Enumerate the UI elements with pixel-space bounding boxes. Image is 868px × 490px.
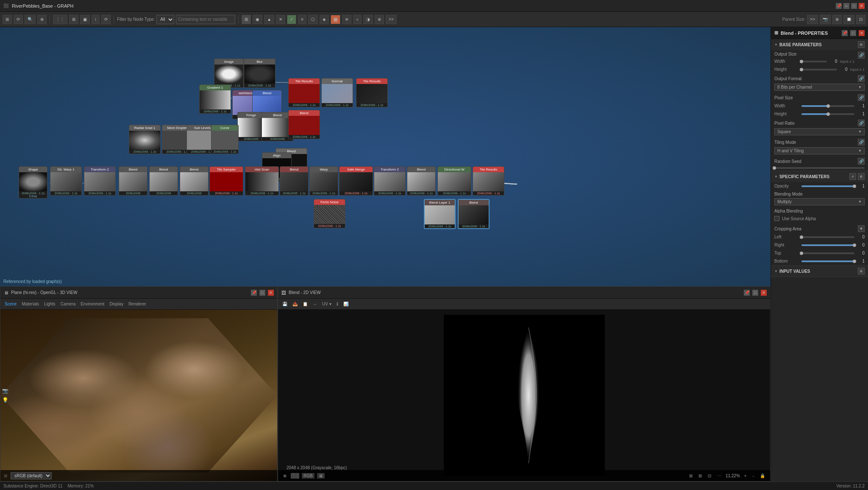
icon-cam3[interactable]: 🔲: [843, 15, 854, 24]
ng-node-curve[interactable]: Curve 2048x2048 - 1.1s: [211, 125, 239, 154]
maximize-btn[interactable]: □: [851, 3, 857, 9]
random-seed-link[interactable]: 🔗: [858, 158, 865, 165]
nav-scene[interactable]: Scene: [3, 301, 18, 307]
props-close[interactable]: ✕: [859, 30, 865, 36]
icon-cam4[interactable]: ⊡: [856, 15, 865, 24]
ng-node-blend2[interactable]: Blend 2048x2048: [149, 166, 178, 196]
pixel-ratio-link[interactable]: 🔗: [858, 120, 865, 126]
height-slider[interactable]: [801, 69, 837, 70]
crop-top-slider[interactable]: [801, 252, 854, 254]
close-btn[interactable]: ✕: [859, 3, 865, 9]
2d-display-btn[interactable]: 🖥: [317, 473, 325, 479]
panel-3d-close[interactable]: ✕: [268, 290, 274, 296]
2d-export-btn[interactable]: 📤: [291, 301, 299, 307]
2d-rgb-btn[interactable]: RGB: [302, 473, 314, 479]
ng-node-warp1[interactable]: Warp 2048x2048 - 1.1s: [309, 166, 338, 196]
ng-node-red1[interactable]: Blend 2048x2048 - 1.1s: [288, 110, 320, 139]
nav-camera[interactable]: Camera: [59, 301, 78, 307]
crop-bottom-slider[interactable]: [801, 260, 854, 262]
ng-node-red2[interactable]: Normal 2048x2048 - 1.1s: [321, 78, 353, 107]
ng-node-transf2[interactable]: Transform 2 2048x2048 - 1.1s: [84, 166, 116, 196]
zoom-out-btn[interactable]: -: [751, 473, 756, 479]
crop-link[interactable]: ▼: [858, 225, 865, 232]
nav-renderer[interactable]: Renderer: [127, 301, 148, 307]
tiling-display[interactable]: H and V Tiling ▼: [774, 147, 865, 154]
pixel-size-link[interactable]: 🔗: [858, 94, 865, 101]
3d-icon-light[interactable]: 💡: [2, 397, 8, 403]
input-icon1[interactable]: ⊕: [858, 268, 865, 274]
zoom-in-btn[interactable]: +: [743, 473, 748, 479]
specific-icon1[interactable]: ≡: [849, 173, 856, 180]
ng-node-blend3[interactable]: Blend 2048x2048: [180, 166, 209, 196]
view-toggle4[interactable]: ✕: [276, 15, 285, 24]
blending-mode-display[interactable]: Multiply ▼: [774, 198, 865, 205]
view-toggle12[interactable]: ◑: [363, 15, 373, 24]
ng-node-blend-sel1[interactable]: Blend Layer 1 2048x2048 - 1.1s: [424, 199, 456, 229]
ng-node-dir-warp1[interactable]: Dir. Warp 1 2048x2048 - 1.1s: [50, 166, 82, 196]
ng-node-radial[interactable]: Radial Grad 1 2048x2048 - 1.1s: [129, 125, 161, 154]
view-2d-content[interactable]: 2048 x 2048 (Grayscale, 16bpc) ⊕ ⬛ RGB 🖥…: [278, 310, 770, 481]
section-specific-header[interactable]: ▼ SPECIFIC PARAMETERS ≡ ⊕: [771, 171, 868, 182]
view-3d-content[interactable]: 📷 💡 ⊞ sRGB (default): [0, 310, 277, 481]
pixel-size-w-slider[interactable]: [801, 105, 854, 107]
nav-materials[interactable]: Materials: [20, 301, 41, 307]
section-input-header[interactable]: ▼ INPUT VALUES ⊕: [771, 266, 868, 277]
icon-cam1[interactable]: 📷: [820, 15, 831, 24]
props-pin[interactable]: 📌: [842, 30, 848, 36]
ng-node-noise[interactable]: Perlin Noise 2048x2048 - 1.1s: [314, 199, 345, 228]
filter-select[interactable]: All: [156, 15, 174, 24]
colorspace-select[interactable]: sRGB (default): [11, 472, 52, 479]
3d-icon-camera[interactable]: 📷: [2, 388, 8, 394]
view-toggle5[interactable]: ✓: [287, 15, 296, 24]
ng-node-tile-merger[interactable]: Safe Merge 2048x2048 - 1.1s: [339, 166, 373, 196]
2d-info[interactable]: ℹ: [335, 301, 340, 307]
view-toggle6[interactable]: ≡: [298, 15, 306, 24]
toolbar-icon4[interactable]: ⊕: [37, 15, 47, 24]
output-size-link[interactable]: 🔗: [858, 52, 865, 59]
crop-right-slider[interactable]: [801, 244, 854, 246]
view-toggle2[interactable]: ◉: [253, 15, 262, 24]
2d-grid1[interactable]: ⊞: [687, 473, 694, 479]
2d-channels-btn[interactable]: ⊕: [281, 473, 288, 479]
ng-node-dir-warp-final[interactable]: Tile Results 2048x2048 - 1.1s: [473, 166, 504, 196]
toolbar-icon1[interactable]: ⊞: [3, 15, 12, 24]
2d-uv[interactable]: UV ▾: [320, 301, 333, 307]
random-seed-slider[interactable]: [774, 167, 865, 169]
width-slider[interactable]: [801, 61, 827, 62]
icon-cam2[interactable]: ⊕: [832, 15, 842, 24]
ng-node-shape[interactable]: Shape 2048x2048 - 1.1s0.0ms: [19, 166, 47, 199]
2d-lock[interactable]: 🔒: [758, 473, 767, 479]
view-toggle8[interactable]: ◈: [320, 15, 329, 24]
view-toggle13[interactable]: ⊛: [375, 15, 384, 24]
nav-environment[interactable]: Environment: [79, 301, 106, 307]
ng-node-transf3[interactable]: Transform 2 2048x2048 - 1.1s: [374, 166, 406, 196]
toolbar-icon5[interactable]: ⋮⋮: [53, 15, 67, 24]
panel-2d-close[interactable]: ✕: [761, 290, 767, 296]
ng-node-blend1[interactable]: Blend 2048x2048: [119, 166, 147, 196]
ng-node-blend-mid[interactable]: Blend 2048x2045 - 1.1s: [280, 166, 309, 196]
2d-copy-btn[interactable]: 📋: [301, 301, 309, 307]
ng-node-histo[interactable]: Hist Scan 2048x2048 - 1.1s: [245, 166, 279, 196]
base-params-icon1[interactable]: ⊕: [858, 41, 865, 48]
nav-lights[interactable]: Lights: [42, 301, 57, 307]
extra-tools[interactable]: >>: [386, 15, 397, 24]
panel-3d-pin[interactable]: 📌: [251, 290, 257, 296]
ng-node-fringe[interactable]: Fringe 2048x2048: [237, 112, 265, 141]
toolbar-icon7[interactable]: ▣: [80, 15, 90, 24]
pixel-ratio-display[interactable]: Square ▼: [774, 128, 865, 135]
toolbar-icon9[interactable]: ⟳: [101, 15, 111, 24]
ng-node-tile-samp[interactable]: Tile Sampler 2048x2048 - 1.1s: [209, 166, 243, 196]
view-toggle7[interactable]: ⬡: [308, 15, 318, 24]
nav-display[interactable]: Display: [108, 301, 125, 307]
2d-grid3[interactable]: ⊡: [706, 473, 713, 479]
pixel-size-h-slider[interactable]: [801, 113, 854, 115]
toolbar-icon6[interactable]: ⊞: [69, 15, 78, 24]
ng-node-red3[interactable]: Tile Results 2048x2048 - 1.1s: [356, 78, 388, 107]
props-max[interactable]: □: [850, 30, 856, 36]
panel-3d-max[interactable]: □: [259, 290, 265, 296]
parent-size[interactable]: >>: [807, 15, 818, 24]
2d-more[interactable]: ⋯: [715, 473, 723, 479]
view-toggle3[interactable]: ▲: [264, 15, 274, 24]
tiling-link[interactable]: 🔗: [858, 139, 865, 146]
graph-canvas[interactable]: Image 2048x2048 - 1.1s Blur 2048x2048 - …: [0, 27, 771, 286]
